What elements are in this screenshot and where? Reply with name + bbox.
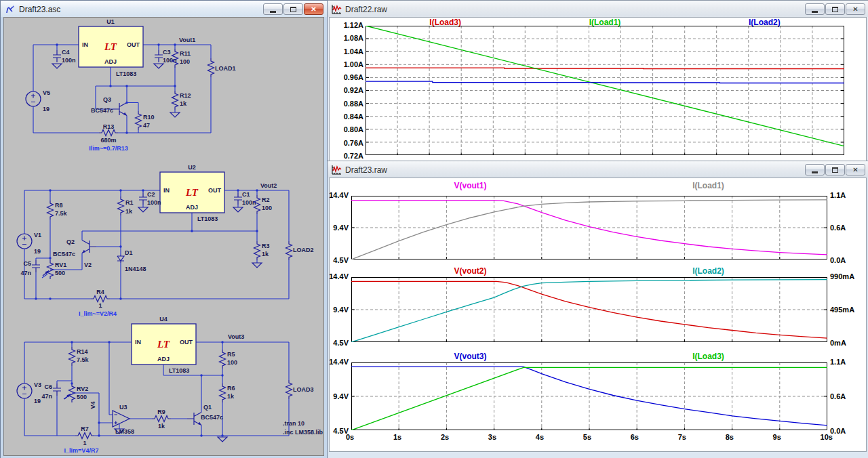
- value[interactable]: 100n: [163, 57, 177, 64]
- net-label-vout2[interactable]: Vout2: [260, 182, 277, 189]
- refdes[interactable]: R8: [55, 202, 63, 209]
- refdes[interactable]: R10: [143, 114, 155, 121]
- value[interactable]: 1k: [180, 100, 187, 107]
- value[interactable]: 47n: [41, 393, 52, 400]
- schematic-canvas[interactable]: U1 IN OUT ADJ LT LT1083 C4 100n V5 19: [3, 17, 324, 456]
- capacitor-c2[interactable]: [139, 192, 147, 205]
- refdes[interactable]: C4: [62, 49, 70, 56]
- maximize-button[interactable]: [825, 164, 845, 175]
- value[interactable]: BC547c: [53, 251, 75, 257]
- maximize-button[interactable]: [825, 3, 845, 15]
- refdes[interactable]: LOAD2: [293, 247, 314, 253]
- value[interactable]: 1N4148: [125, 266, 146, 272]
- net-label-vout3[interactable]: Vout3: [228, 333, 244, 340]
- value[interactable]: 100: [227, 359, 237, 366]
- resistor-r7[interactable]: [75, 433, 94, 439]
- value[interactable]: 47: [143, 122, 150, 129]
- resistor-r8[interactable]: [47, 201, 54, 220]
- refdes[interactable]: R13: [103, 123, 115, 130]
- circuit-2-lt1083-regulator[interactable]: U2 IN OUT ADJ LT LT1083 V1 19 R8 7.5k: [17, 164, 314, 317]
- refdes[interactable]: C2: [147, 191, 155, 198]
- value[interactable]: 19: [43, 106, 50, 112]
- refdes[interactable]: Q1: [203, 404, 212, 411]
- refdes[interactable]: RV1: [55, 262, 66, 268]
- legend-iload1[interactable]: I(Load1): [589, 181, 827, 190]
- draft23-plot-area[interactable]: V(vout1) I(Load1) 14.4V 9.4V 4.5V 1.1A 0…: [329, 178, 867, 452]
- resistor-r13[interactable]: [99, 130, 118, 136]
- refdes[interactable]: C6: [44, 383, 52, 390]
- directive-tran[interactable]: .tran 10: [283, 420, 304, 427]
- minimize-button[interactable]: [263, 3, 283, 15]
- close-button[interactable]: ✕: [846, 3, 865, 15]
- diode-d1[interactable]: [117, 255, 124, 263]
- refdes[interactable]: U1: [106, 18, 115, 25]
- refdes[interactable]: V5: [43, 89, 50, 96]
- refdes[interactable]: RV2: [77, 386, 88, 392]
- transistor-q1[interactable]: [187, 413, 201, 425]
- annotation-ilim2[interactable]: I_lim~=V2/R4: [79, 310, 117, 317]
- voltage-source-v3[interactable]: [17, 383, 32, 398]
- refdes[interactable]: R12: [180, 92, 191, 99]
- refdes[interactable]: Q3: [103, 96, 111, 103]
- refdes[interactable]: R1: [125, 199, 134, 206]
- transistor-q2[interactable]: [82, 241, 96, 253]
- refdes[interactable]: R11: [180, 50, 191, 57]
- resistor-r12[interactable]: [172, 91, 178, 110]
- refdes[interactable]: C1: [242, 191, 250, 198]
- refdes[interactable]: U4: [159, 316, 167, 322]
- transistor-q3[interactable]: [113, 103, 127, 116]
- resistor-load2[interactable]: [286, 241, 292, 260]
- resistor-r5[interactable]: [220, 350, 226, 369]
- refdes[interactable]: Q2: [66, 238, 75, 245]
- net-label-vout1[interactable]: Vout1: [179, 37, 195, 43]
- voltage-source-v5[interactable]: [26, 91, 41, 106]
- draft22-plot[interactable]: [366, 26, 844, 155]
- schematic-titlebar[interactable]: Draft23.asc ✕: [1, 1, 327, 17]
- close-button[interactable]: ✕: [846, 164, 865, 175]
- legend-iload2[interactable]: I(Load2): [589, 266, 827, 276]
- value[interactable]: 19: [34, 248, 41, 255]
- refdes[interactable]: R3: [262, 243, 270, 249]
- minimize-button[interactable]: [805, 164, 825, 175]
- annotation-ilim3[interactable]: I_lim=V4/R7: [64, 447, 99, 454]
- draft22-titlebar[interactable]: Draft22.raw ✕: [327, 1, 868, 17]
- value[interactable]: 7.5k: [77, 356, 90, 363]
- circuit-3-lt1083-regulator[interactable]: U4 IN OUT ADJ LT LT1083 V3 19 R14 7.5k: [17, 316, 323, 454]
- value[interactable]: 680m: [100, 137, 116, 144]
- value[interactable]: LM358: [115, 428, 134, 435]
- resistor-load3[interactable]: [286, 380, 292, 399]
- refdes[interactable]: R2: [262, 196, 270, 203]
- value[interactable]: 47n: [20, 270, 31, 276]
- annotation-ilim1[interactable]: Ilim~=0.7/R13: [89, 145, 128, 152]
- legend-iload3[interactable]: I(Load3): [589, 352, 827, 361]
- value[interactable]: 100n: [242, 199, 256, 206]
- close-button[interactable]: ✕: [304, 3, 323, 15]
- resistor-load1[interactable]: [208, 58, 214, 77]
- refdes[interactable]: R4: [96, 289, 104, 295]
- directive-include[interactable]: .inc LM358.lib: [283, 429, 323, 436]
- part-number[interactable]: LT1083: [116, 70, 136, 77]
- value[interactable]: 1k: [262, 251, 269, 257]
- resistor-r1[interactable]: [118, 196, 124, 215]
- refdes[interactable]: U2: [188, 164, 196, 171]
- capacitor-c1[interactable]: [234, 192, 242, 205]
- refdes[interactable]: U3: [119, 404, 127, 411]
- legend-vout2[interactable]: V(vout2): [351, 266, 589, 276]
- draft23-titlebar[interactable]: Draft23.raw ✕: [327, 161, 868, 178]
- panel2-plot[interactable]: [351, 277, 827, 342]
- refdes[interactable]: V1: [34, 232, 41, 238]
- voltage-source-v1[interactable]: [17, 234, 32, 249]
- resistor-r3[interactable]: [254, 241, 260, 260]
- value[interactable]: BC547c: [201, 414, 223, 421]
- resistor-r6[interactable]: [220, 383, 226, 402]
- refdes[interactable]: LOAD3: [293, 386, 314, 393]
- refdes[interactable]: LOAD1: [215, 65, 236, 72]
- refdes[interactable]: D1: [125, 249, 133, 256]
- refdes[interactable]: R14: [77, 348, 88, 355]
- value[interactable]: 100n: [147, 199, 161, 206]
- part-number[interactable]: LT1083: [197, 215, 218, 222]
- value[interactable]: 100n: [62, 57, 76, 64]
- refdes[interactable]: R9: [157, 409, 165, 415]
- refdes[interactable]: R6: [227, 385, 235, 392]
- net-label-v2[interactable]: V2: [84, 262, 92, 268]
